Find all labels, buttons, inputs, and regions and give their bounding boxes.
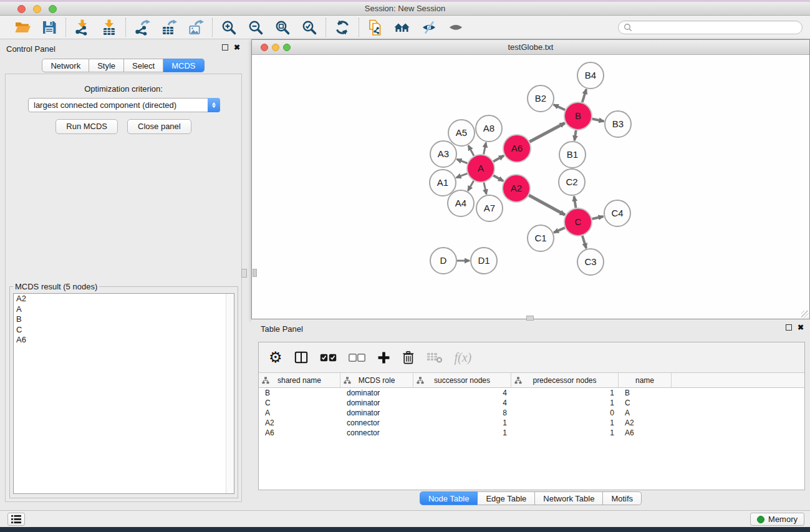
graph-node-A7[interactable]: A7 (476, 195, 503, 221)
graph-edge-C-C4[interactable] (592, 216, 603, 219)
window-resize-handle[interactable] (801, 311, 809, 318)
graph-edge-C-C3[interactable] (582, 236, 586, 248)
vertical-splitter-grip[interactable] (241, 269, 247, 278)
run-mcds-button[interactable]: Run MCDS (55, 119, 118, 134)
graph-node-B[interactable]: B (564, 102, 592, 130)
cell-successor-nodes[interactable]: 4 (413, 398, 511, 408)
zoom-in-icon[interactable] (221, 19, 237, 36)
graph-node-A[interactable]: A (467, 155, 494, 182)
split-columns-icon[interactable] (294, 349, 308, 366)
tab-style[interactable]: Style (89, 59, 124, 72)
graph-node-D[interactable]: D (430, 248, 456, 274)
criterion-select[interactable]: largest connected component (directed) (28, 98, 220, 112)
graph-node-D1[interactable]: D1 (471, 248, 497, 274)
tab-mcds[interactable]: MCDS (163, 59, 204, 72)
cell-predecessor-nodes[interactable]: 0 (511, 408, 619, 418)
graph-node-B1[interactable]: B1 (559, 142, 586, 168)
graph-node-B2[interactable]: B2 (528, 85, 554, 112)
canvas-vertical-scroll-thumb[interactable] (253, 269, 257, 277)
maximize-window-button[interactable] (49, 5, 57, 13)
graph-edge-B-B3[interactable] (592, 119, 604, 122)
column-header-successor-nodes[interactable]: successor nodes (413, 373, 511, 387)
graph-node-C[interactable]: C (564, 208, 592, 236)
cell-MCDS-role[interactable]: dominator (340, 408, 413, 418)
cell-name[interactable]: A6 (619, 428, 672, 438)
cell-successor-nodes[interactable]: 1 (413, 428, 511, 438)
graph-node-A4[interactable]: A4 (448, 190, 474, 216)
graph-edge-A-A5[interactable] (468, 145, 474, 156)
graph-node-A5[interactable]: A5 (448, 120, 475, 146)
graph-edge-C-C2[interactable] (574, 196, 576, 208)
close-network-window-button[interactable] (261, 44, 268, 51)
import-table-icon[interactable] (101, 19, 117, 36)
graph-edge-C-C1[interactable] (554, 228, 565, 233)
graph-edge-B-B2[interactable] (554, 105, 565, 110)
tab-select[interactable]: Select (124, 59, 163, 72)
graph-edge-B-B4[interactable] (582, 89, 586, 102)
node-table[interactable]: shared nameMCDS rolesuccessor nodesprede… (259, 373, 804, 490)
graph-node-A8[interactable]: A8 (476, 115, 502, 142)
tab-motifs[interactable]: Motifs (603, 491, 642, 505)
cell-predecessor-nodes[interactable]: 1 (511, 388, 619, 398)
memory-button[interactable]: Memory (750, 513, 804, 526)
result-item-a2[interactable]: A2 (14, 294, 234, 304)
cell-predecessor-nodes[interactable]: 1 (511, 428, 619, 438)
result-item-b[interactable]: B (14, 314, 234, 325)
close-window-button[interactable] (17, 5, 26, 13)
cell-predecessor-nodes[interactable]: 1 (511, 418, 619, 428)
add-column-icon[interactable] (377, 349, 390, 366)
cell-shared-name[interactable]: C (259, 398, 340, 408)
cell-successor-nodes[interactable]: 4 (413, 388, 511, 398)
graph-edge-A-A6[interactable] (493, 156, 504, 162)
task-history-button[interactable] (7, 513, 25, 526)
table-row[interactable]: A6connector11A6 (259, 428, 804, 438)
delete-columns-icon[interactable] (402, 349, 415, 366)
reset-views-icon[interactable] (394, 19, 410, 36)
graph-node-B4[interactable]: B4 (577, 62, 604, 89)
open-session-icon[interactable] (14, 19, 31, 36)
export-table-icon[interactable] (161, 19, 177, 36)
graph-node-C1[interactable]: C1 (528, 225, 554, 251)
search-field[interactable] (618, 21, 803, 34)
graph-edge-A6-B[interactable] (529, 123, 564, 142)
select-all-columns-icon[interactable] (320, 349, 337, 366)
minimize-network-window-button[interactable] (272, 44, 279, 51)
export-network-icon[interactable] (134, 19, 150, 36)
close-panel-button[interactable]: Close panel (127, 119, 191, 134)
graph-edge-A-A8[interactable] (484, 143, 486, 155)
tab-edge-table[interactable]: Edge Table (478, 491, 535, 505)
graph-edge-A-A4[interactable] (468, 181, 473, 191)
cell-MCDS-role[interactable]: connector (340, 428, 413, 438)
cell-shared-name[interactable]: A2 (259, 418, 340, 428)
network-window-titlebar[interactable]: testGlobe.txt (252, 40, 809, 55)
save-session-icon[interactable] (41, 19, 57, 36)
float-table-panel-icon[interactable] (786, 324, 792, 331)
graph-edge-B-B1[interactable] (574, 130, 576, 140)
search-input[interactable] (632, 22, 797, 33)
maximize-network-window-button[interactable] (283, 44, 291, 51)
graph-node-C4[interactable]: C4 (604, 200, 630, 226)
result-item-a[interactable]: A (14, 304, 234, 315)
table-settings-icon[interactable]: ⚙ (269, 349, 282, 366)
tab-network-table[interactable]: Network Table (535, 491, 603, 505)
result-list-scrollbar[interactable] (226, 294, 234, 493)
tab-network[interactable]: Network (42, 59, 89, 72)
cell-name[interactable]: A (619, 408, 672, 418)
column-header-predecessor-nodes[interactable]: predecessor nodes (511, 373, 619, 387)
cell-shared-name[interactable]: A6 (259, 428, 340, 438)
close-panel-icon[interactable]: ✖ (234, 44, 240, 51)
mcds-result-list[interactable]: A2ABCA6 (13, 293, 234, 494)
zoom-fit-icon[interactable] (274, 19, 291, 36)
tab-node-table[interactable]: Node Table (420, 491, 478, 505)
table-row[interactable]: Cdominator41C (259, 398, 804, 408)
table-row[interactable]: Adominator80A (259, 408, 804, 418)
close-table-panel-icon[interactable]: ✖ (798, 324, 804, 331)
cell-successor-nodes[interactable]: 8 (413, 408, 511, 418)
zoom-selected-icon[interactable] (301, 19, 317, 36)
network-canvas[interactable]: AA1A2A3A4A5A6A7A8BB1B2B3B4CC1C2C3C4DD1 (252, 55, 809, 319)
graph-edge-A-A7[interactable] (484, 182, 486, 194)
graph-edge-A2-C[interactable] (529, 195, 565, 215)
cell-name[interactable]: C (619, 398, 672, 408)
cell-shared-name[interactable]: A (259, 408, 340, 418)
graph-node-A1[interactable]: A1 (430, 170, 456, 196)
